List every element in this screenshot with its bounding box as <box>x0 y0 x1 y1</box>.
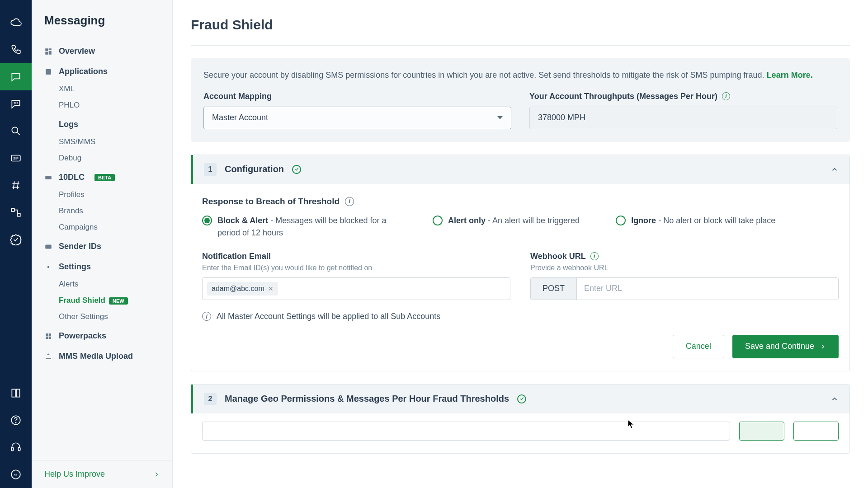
svg-rect-26 <box>46 336 48 338</box>
rail-help-icon[interactable] <box>0 407 32 434</box>
svg-rect-24 <box>46 333 48 336</box>
group-icon <box>44 243 52 251</box>
sidebar-item-xml[interactable]: XML <box>32 81 172 97</box>
svg-rect-18 <box>46 69 51 75</box>
section-geo-header[interactable]: 2 Manage Geo Permissions & Messages Per … <box>191 385 849 413</box>
badge: BETA <box>94 174 115 181</box>
sidebar-group-logs[interactable]: Logs <box>32 113 172 134</box>
rail-sip-icon[interactable]: SIP <box>0 145 32 172</box>
rail-messaging-icon[interactable] <box>0 63 32 90</box>
sidebar-group-10dlc[interactable]: 12310DLCBETA <box>32 166 172 187</box>
svg-text:SIP: SIP <box>13 156 19 160</box>
geo-action-button[interactable] <box>793 422 839 441</box>
info-icon[interactable]: i <box>345 197 354 206</box>
sidebar-item-brands[interactable]: Brands <box>32 203 172 219</box>
sidebar: Messaging OverviewApplicationsXMLPHLOLog… <box>32 0 173 488</box>
rail-cloud-icon[interactable] <box>0 9 32 36</box>
cancel-button[interactable]: Cancel <box>673 335 724 358</box>
sidebar-item-profiles[interactable]: Profiles <box>32 187 172 203</box>
notification-email-input[interactable]: adam@abc.com✕ <box>202 277 510 300</box>
sidebar-item-debug[interactable]: Debug <box>32 150 172 166</box>
group-icon <box>44 47 52 56</box>
email-tag: adam@abc.com✕ <box>207 282 278 296</box>
account-mapping-select[interactable]: Master Account <box>203 107 511 129</box>
sidebar-item-fraud-shield[interactable]: Fraud ShieldNEW <box>32 292 172 309</box>
chevron-up-icon <box>830 165 839 174</box>
rail-docs-icon[interactable] <box>0 380 32 407</box>
radio-alert-only[interactable]: Alert only - An alert will be triggered <box>433 215 580 239</box>
icon-rail: SIP st <box>0 0 32 488</box>
sidebar-item-sms-mms[interactable]: SMS/MMS <box>32 134 172 150</box>
notification-email-label: Notification Email <box>202 252 510 261</box>
rail-verified-icon[interactable] <box>0 226 32 253</box>
sidebar-group-powerpacks[interactable]: Powerpacks <box>32 325 172 345</box>
svg-text:123: 123 <box>47 176 51 179</box>
svg-point-22 <box>47 246 48 247</box>
step-number: 1 <box>204 163 217 176</box>
webhook-method[interactable]: POST <box>531 278 577 300</box>
radio-circle-icon <box>433 216 443 225</box>
geo-filter-button[interactable] <box>739 422 784 441</box>
radio-group: Block & Alert - Messages will be blocked… <box>202 215 839 239</box>
sidebar-group-overview[interactable]: Overview <box>32 40 172 61</box>
group-icon: 123 <box>44 174 52 182</box>
chevron-right-icon <box>820 343 826 350</box>
help-us-improve[interactable]: Help Us Improve <box>32 460 172 488</box>
section-title: Configuration <box>225 164 284 174</box>
sidebar-item-campaigns[interactable]: Campaigns <box>32 219 172 235</box>
svg-point-3 <box>12 127 18 133</box>
sidebar-group-settings[interactable]: Settings <box>32 256 172 276</box>
page-title: Fraud Shield <box>191 0 850 46</box>
svg-point-9 <box>15 422 16 423</box>
sidebar-item-phlo[interactable]: PHLO <box>32 97 172 113</box>
learn-more-link[interactable]: Learn More. <box>767 70 813 80</box>
throughput-label: Your Account Throughputs (Messages Per H… <box>529 92 837 101</box>
radio-block-alert[interactable]: Block & Alert - Messages will be blocked… <box>202 215 396 239</box>
rail-chat-icon[interactable] <box>0 90 32 117</box>
geo-search-input[interactable] <box>202 422 730 441</box>
group-icon <box>44 332 52 340</box>
group-icon <box>44 263 52 271</box>
caret-down-icon <box>497 116 503 119</box>
webhook-url-label: Webhook URL i <box>530 252 839 261</box>
radio-circle-icon <box>616 216 626 225</box>
svg-rect-27 <box>49 336 51 338</box>
radio-ignore[interactable]: Ignore - No alert or block will take pla… <box>616 215 775 239</box>
rail-phone-icon[interactable] <box>0 36 32 63</box>
rail-status-icon[interactable]: st <box>0 461 32 488</box>
info-icon[interactable]: i <box>590 252 599 260</box>
sidebar-group-mms-media-upload[interactable]: MMS Media Upload <box>32 345 172 366</box>
svg-text:st: st <box>14 472 18 477</box>
section-geo-permissions: 2 Manage Geo Permissions & Messages Per … <box>191 384 850 454</box>
help-label: Help Us Improve <box>44 469 105 479</box>
rail-search-icon[interactable] <box>0 117 32 145</box>
sidebar-group-sender-ids[interactable]: Sender IDs <box>32 235 172 256</box>
notification-email-hint: Enter the Email ID(s) you would like to … <box>202 264 510 272</box>
svg-point-23 <box>47 266 50 268</box>
check-icon <box>292 165 301 174</box>
webhook-url-input[interactable] <box>577 278 838 300</box>
section-configuration-header[interactable]: 1 Configuration <box>191 155 849 184</box>
rail-flow-icon[interactable] <box>0 199 32 226</box>
sidebar-item-alerts[interactable]: Alerts <box>32 276 172 292</box>
remove-tag-icon[interactable]: ✕ <box>268 285 274 292</box>
svg-point-0 <box>14 103 14 103</box>
rail-hash-icon[interactable] <box>0 172 32 199</box>
svg-rect-21 <box>45 244 52 249</box>
intro-text: Secure your account by disabling SMS per… <box>203 69 837 82</box>
sidebar-group-applications[interactable]: Applications <box>32 61 172 81</box>
svg-rect-15 <box>49 48 52 50</box>
sidebar-title: Messaging <box>32 0 172 40</box>
response-threshold-label: Response to Breach of Threshold i <box>202 197 839 206</box>
intro-card: Secure your account by disabling SMS per… <box>191 58 850 142</box>
webhook-url-hint: Provide a webhook URL <box>530 264 839 272</box>
svg-rect-11 <box>18 447 20 451</box>
save-and-continue-button[interactable]: Save and Continue <box>732 335 839 358</box>
chevron-up-icon <box>830 395 839 403</box>
rail-support-icon[interactable] <box>0 434 32 461</box>
main-content: Fraud Shield Secure your account by disa… <box>173 0 868 488</box>
sidebar-item-other-settings[interactable]: Other Settings <box>32 309 172 325</box>
info-icon[interactable]: i <box>722 92 730 100</box>
svg-rect-14 <box>45 48 48 51</box>
group-icon <box>44 121 52 129</box>
